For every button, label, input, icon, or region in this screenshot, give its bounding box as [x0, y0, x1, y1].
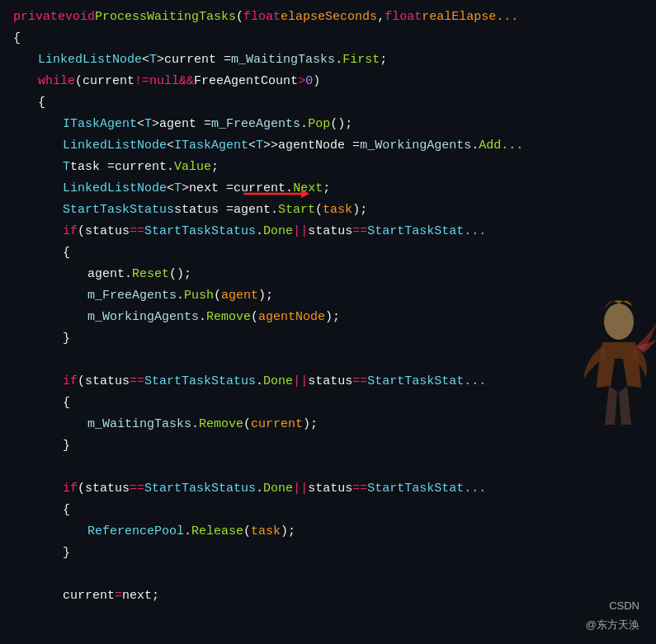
- code-line: private void ProcessWaitingTasks(float e…: [0, 7, 656, 28]
- code-line: while (current != null && FreeAgentCount…: [0, 71, 656, 92]
- code-line: m_WorkingAgents.Remove(agentNode);: [0, 307, 656, 328]
- code-line: LinkedListNode<ITaskAgent<T>> agentNode …: [0, 135, 656, 157]
- code-line: {: [0, 92, 656, 114]
- code-line: {: [0, 242, 656, 264]
- code-line: }: [0, 328, 656, 350]
- code-line: }: [0, 435, 656, 457]
- watermark-author: @东方天涣: [586, 617, 639, 634]
- code-editor: private void ProcessWaitingTasks(float e…: [0, 0, 656, 644]
- code-line: ReferencePool.Release(task);: [0, 521, 656, 543]
- code-line: current = next;: [0, 585, 656, 607]
- code-line: if (status == StartTaskStatus.Done || st…: [0, 221, 656, 242]
- code-line: LinkedListNode<T> next = current.Next;: [0, 178, 656, 200]
- code-line: }: [0, 543, 656, 564]
- code-line: m_FreeAgents.Push(agent);: [0, 285, 656, 307]
- code-line: if (status == StartTaskStatus.Done || st…: [0, 371, 656, 393]
- code-line: T task = current.Value;: [0, 157, 656, 178]
- code-line: LinkedListNode<T> current = m_WaitingTas…: [0, 49, 656, 71]
- code-content: private void ProcessWaitingTasks(float e…: [0, 7, 656, 607]
- code-line: {: [0, 393, 656, 414]
- code-line: if (status == StartTaskStatus.Done || st…: [0, 478, 656, 500]
- code-line: {: [0, 28, 656, 49]
- code-line: agent.Reset();: [0, 264, 656, 285]
- code-line: [0, 564, 656, 585]
- code-line: [0, 457, 656, 478]
- code-line: m_WaitingTasks.Remove(current);: [0, 414, 656, 435]
- code-line: StartTaskStatus status = agent.Start(tas…: [0, 200, 656, 221]
- code-line: [0, 350, 656, 371]
- code-line: {: [0, 500, 656, 521]
- watermark-csdn: CSDN: [609, 598, 639, 615]
- code-line: ITaskAgent<T> agent = m_FreeAgents.Pop()…: [0, 114, 656, 135]
- watermark: CSDN @东方天涣: [586, 598, 639, 634]
